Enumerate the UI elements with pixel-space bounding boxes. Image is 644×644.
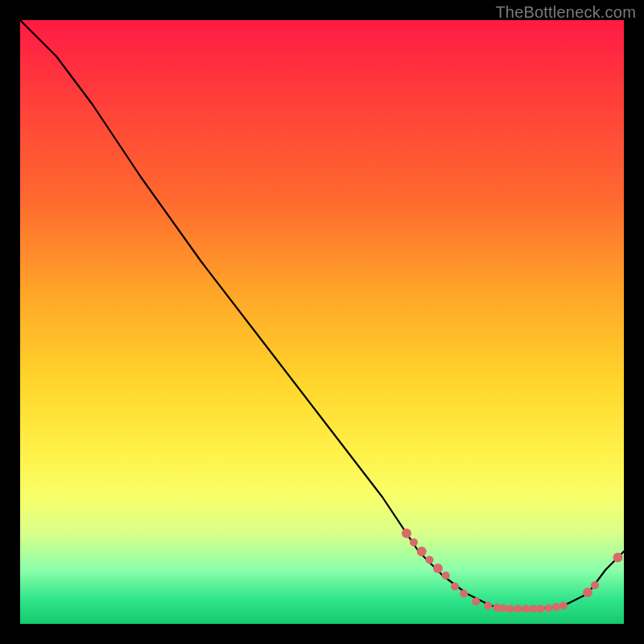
bottleneck-curve (20, 20, 624, 609)
data-marker (410, 539, 418, 547)
watermark-text: TheBottleneck.com (495, 3, 636, 22)
data-marker (451, 583, 459, 591)
data-marker (514, 605, 522, 613)
chart-plot-area (20, 20, 624, 624)
data-marker (433, 564, 443, 573)
data-marker (499, 605, 507, 613)
data-marker (591, 581, 599, 589)
data-marker (530, 605, 538, 613)
data-marker (613, 553, 623, 563)
data-marker (522, 605, 530, 613)
data-marker (417, 547, 427, 556)
data-marker (426, 556, 434, 564)
data-marker (552, 603, 560, 611)
data-marker (460, 590, 468, 598)
data-marker (472, 597, 480, 605)
data-marker (484, 602, 492, 610)
data-marker (537, 605, 545, 613)
data-marker (544, 605, 552, 613)
chart-frame: TheBottleneck.com (0, 0, 644, 644)
data-marker (506, 605, 514, 613)
marker-group (402, 529, 623, 613)
data-marker (559, 602, 568, 610)
data-marker (583, 588, 592, 597)
data-marker (402, 529, 411, 539)
chart-svg (20, 20, 624, 624)
data-marker (442, 572, 450, 580)
